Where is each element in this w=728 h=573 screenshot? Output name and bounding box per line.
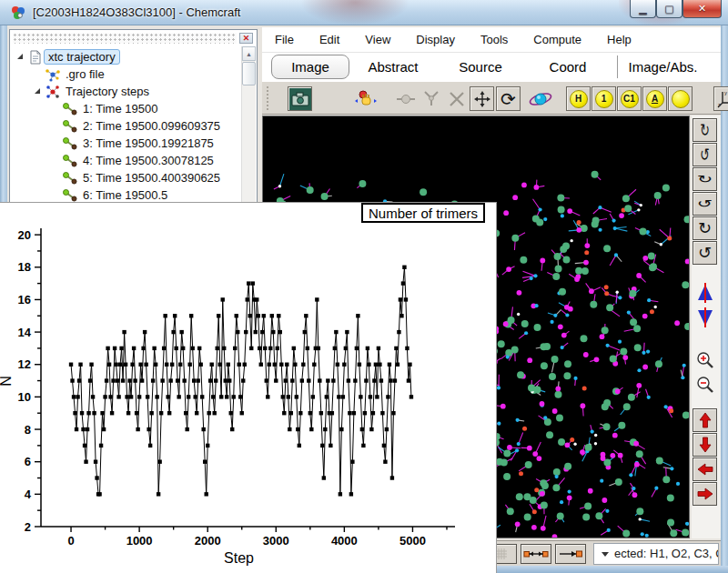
tab-abstract[interactable]: Abstract [349, 55, 437, 78]
show-spheres-button[interactable] [668, 86, 693, 111]
trimers-plot: 2468101214161820010002000300040005000Ste… [0, 203, 497, 573]
zoom-out-button[interactable] [693, 373, 717, 397]
a-circle-icon: A [646, 90, 664, 108]
tree-item[interactable]: 5: Time 19500.400390625 [12, 169, 238, 186]
main-toolbar: ⟳ H 1 C1 A [262, 81, 721, 115]
reload-view-button[interactable]: ⟳ [496, 86, 521, 111]
svg-text:2: 2 [25, 520, 31, 534]
toolbar-grip[interactable] [266, 85, 270, 110]
tree-item[interactable]: xtc trajectory [12, 48, 238, 65]
tab-image[interactable]: Image [271, 55, 349, 79]
menu-item-view[interactable]: View [352, 33, 403, 46]
rotate-icon: ↻ [697, 198, 713, 209]
svg-text:1000: 1000 [126, 534, 153, 548]
move-atom-button-disabled[interactable] [393, 86, 418, 111]
rotate-x-cw-button[interactable]: ↻ [693, 118, 717, 142]
dropdown-arrow-icon[interactable] [602, 552, 609, 557]
rotate-x-ccw-button[interactable]: ↻ [693, 143, 717, 166]
bond-distance-button[interactable] [521, 544, 551, 564]
rotate-y-ccw-button[interactable]: ↻ [693, 192, 717, 216]
menu-item-file[interactable]: File [262, 33, 307, 46]
rotate-z-cw-button[interactable]: ↻ [693, 216, 717, 240]
svg-text:6: 6 [25, 455, 31, 468]
move-down-button[interactable] [693, 433, 717, 457]
move-left-button[interactable] [693, 457, 717, 481]
bond-icon [62, 136, 78, 151]
minimize-button[interactable]: ▁ [630, 0, 656, 18]
rotate-icon: ↻ [700, 146, 710, 164]
move-up-button[interactable] [693, 408, 717, 432]
close-button[interactable]: ✕ [682, 0, 722, 18]
vector-to-atom-button[interactable] [555, 544, 586, 564]
selection-status-field[interactable]: ected: H1, O2, C3, C4, H [593, 543, 719, 565]
distance-arrow-icon [523, 547, 549, 561]
rotate-z-ccw-button[interactable]: ↺ [693, 241, 717, 265]
menu-item-help[interactable]: Help [594, 33, 644, 46]
menu-bar: FileEditViewDisplayToolsComputeHelp [262, 27, 721, 53]
tree-item-label: 6: Time 19500.5 [78, 187, 172, 203]
flip-down-button[interactable] [693, 306, 717, 329]
flip-down-icon [695, 307, 715, 327]
panel-close-icon[interactable]: ✕ [239, 33, 253, 44]
show-axes-button[interactable]: y x z [713, 86, 728, 111]
svg-text:10: 10 [18, 390, 31, 404]
rotate-y-cw-button[interactable]: ↻ [693, 167, 717, 191]
title-bar[interactable]: [C2003H1824O383Cl3100] - Chemcraft ▁ ▢ ✕ [0, 0, 728, 25]
rotate-icon: ↻ [700, 121, 710, 139]
move-right-button[interactable] [693, 482, 717, 506]
sphere-icon [672, 90, 690, 108]
expander-icon[interactable] [17, 54, 23, 59]
tree-item[interactable]: 4: Time 19500.30078125 [12, 152, 238, 169]
svg-text:12: 12 [18, 357, 31, 371]
menu-item-edit[interactable]: Edit [307, 33, 352, 46]
chart-window[interactable]: Number of trimers 2468101214161820010002… [0, 202, 497, 573]
expander-icon[interactable] [35, 88, 40, 94]
tree-item[interactable]: 1: Time 19500 [12, 100, 238, 117]
bond-icon [62, 188, 78, 203]
zoom-in-icon [695, 350, 715, 370]
show-numbers-button[interactable]: 1 [592, 86, 616, 111]
fit-view-button[interactable] [470, 86, 494, 111]
svg-text:20: 20 [18, 228, 31, 242]
tab-image-abs-[interactable]: Image/Abs. [617, 55, 708, 78]
bond-icon [62, 171, 78, 186]
tree-item-label: 5: Time 19500.400390625 [78, 170, 225, 186]
menu-item-display[interactable]: Display [403, 33, 468, 46]
bend-bond-icon [421, 89, 441, 109]
zoom-out-icon [695, 375, 715, 395]
tab-source[interactable]: Source [437, 55, 524, 78]
maximize-button[interactable]: ▢ [656, 0, 682, 18]
show-labels-button[interactable]: A [642, 86, 667, 111]
tree-item-label: 2: Time 19500.099609375 [78, 118, 225, 134]
menu-item-tools[interactable]: Tools [468, 33, 521, 46]
vector-arrow-icon [558, 547, 583, 561]
panel-drag-handle[interactable] [13, 33, 237, 44]
zoom-in-button[interactable] [693, 348, 717, 372]
display-atom-button[interactable] [528, 86, 552, 111]
menu-item-compute[interactable]: Compute [521, 33, 594, 46]
chart-legend: Number of trimers [361, 203, 485, 223]
bend-bond-button-disabled[interactable] [419, 86, 443, 111]
break-bond-button-disabled[interactable] [444, 86, 469, 111]
show-symbols-button[interactable]: C1 [617, 86, 642, 111]
tab-coord[interactable]: Coord [524, 55, 612, 78]
svg-text:z: z [718, 102, 721, 107]
svg-text:3000: 3000 [263, 534, 289, 548]
tree-item[interactable]: 2: Time 19500.099609375 [12, 117, 238, 135]
tree-item[interactable]: .gro file [12, 65, 238, 83]
molecule-steps-icon [45, 85, 61, 99]
flip-up-button[interactable] [693, 281, 717, 305]
tree-item-label: 3: Time 19500.19921875 [78, 136, 218, 151]
scroll-up-icon[interactable]: ▲ [242, 46, 256, 61]
chemcraft-window: [C2003H1824O383Cl3100] - Chemcraft ▁ ▢ ✕… [0, 0, 728, 573]
break-bond-icon [447, 89, 467, 109]
show-hydrogens-button[interactable]: H [566, 86, 591, 111]
drag-atom-button[interactable] [353, 86, 378, 111]
tree-item-label: Trajectory steps [61, 84, 154, 99]
svg-text:4000: 4000 [331, 534, 358, 548]
screenshot-camera-button[interactable] [288, 86, 312, 111]
tree-item[interactable]: 3: Time 19500.19921875 [12, 135, 238, 152]
tree-item-label: xtc trajectory [44, 49, 120, 65]
tree-item[interactable]: Trajectory steps [12, 83, 238, 100]
scrollbar-thumb[interactable] [242, 62, 256, 85]
